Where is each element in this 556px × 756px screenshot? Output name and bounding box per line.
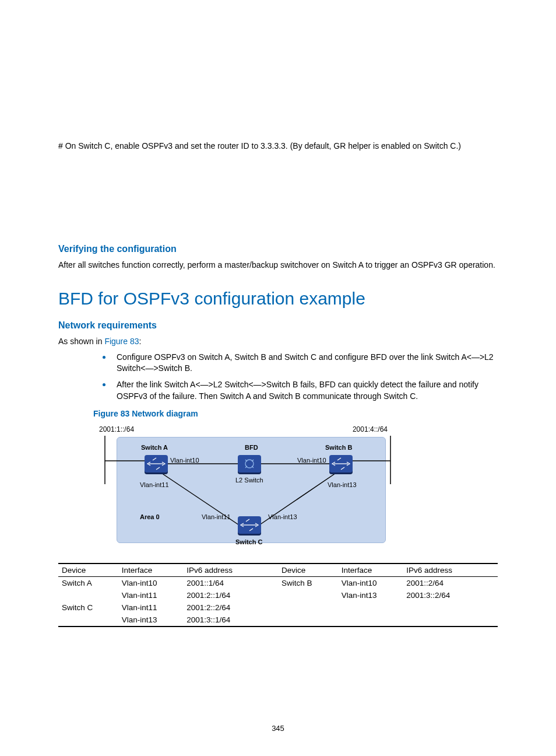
vlan11-a-label: Vlan-int11 [140,481,169,488]
col-header: Interface [338,564,403,577]
table-row: Switch A Vlan-int10 2001::1/64 Switch B … [58,577,498,590]
intro-paragraph: # On Switch C, enable OSPFv3 and set the… [58,140,498,152]
vlan10-b-label: Vlan-int10 [297,457,326,464]
col-header: Device [58,564,118,577]
switch-c-label: Switch C [235,538,262,545]
cell: Vlan-int10 [338,577,403,590]
area0-label: Area 0 [140,513,160,520]
page-number: 345 [0,724,556,733]
bullet-item: After the link Switch A<—>L2 Switch<—>Sw… [100,379,498,402]
cell: Vlan-int13 [338,589,403,601]
document-page: # On Switch C, enable OSPFv3 and set the… [0,0,556,756]
l2-switch-icon [238,455,261,473]
cell [58,614,118,626]
cell [278,601,338,614]
table-row: Vlan-int13 2001:3::1/64 [58,614,498,626]
switch-b-icon [329,455,353,473]
vlan11-c-label: Vlan-int11 [202,513,231,520]
switch-a-icon [145,455,168,473]
cell: Vlan-int13 [118,614,183,626]
cell [403,601,498,614]
col-header: IPv6 address [403,564,498,577]
interface-table: Device Interface IPv6 address Device Int… [58,563,498,627]
table-row: Switch C Vlan-int11 2001:2::2/64 [58,601,498,614]
cell: 2001:2::1/64 [183,589,278,601]
bfd-heading: BFD for OSPFv3 configuration example [58,289,498,309]
col-header: Device [278,564,338,577]
netreq-heading: Network requirements [58,320,498,331]
cell: Switch C [58,601,118,614]
cell: Vlan-int11 [118,601,183,614]
netreq-bullets: Configure OSPFv3 on Switch A, Switch B a… [100,352,498,402]
netreq-intro: As shown in Figure 83: [58,335,498,347]
col-header: Interface [118,564,183,577]
cell [278,614,338,626]
table-row: Vlan-int11 2001:2::1/64 Vlan-int13 2001:… [58,589,498,601]
bfd-label: BFD [245,444,258,451]
verifying-heading: Verifying the configuration [58,244,498,254]
cell: 2001:3::2/64 [403,589,498,601]
cell [403,614,498,626]
network-diagram: 2001:1::/64 2001:4::/64 Switch A BFD Swi… [93,423,402,551]
switch-c-icon [238,516,261,534]
figure-link[interactable]: Figure 83 [104,337,139,346]
netreq-intro-prefix: As shown in [58,337,104,346]
figure-caption: Figure 83 Network diagram [93,409,498,418]
bullet-item: Configure OSPFv3 on Switch A, Switch B a… [100,352,498,374]
cell: 2001::2/64 [403,577,498,590]
vlan13-b-label: Vlan-int13 [328,481,357,488]
netreq-intro-suffix: : [139,337,142,346]
verifying-paragraph: After all switches function correctly, p… [58,259,498,271]
vlan10-a-label: Vlan-int10 [170,457,199,464]
cell: 2001:3::1/64 [183,614,278,626]
cell [338,601,403,614]
cell: Switch B [278,577,338,590]
col-header: IPv6 address [183,564,278,577]
vlan13-c-label: Vlan-int13 [268,513,297,520]
l2-switch-label: L2 Switch [235,477,263,484]
cell: 2001::1/64 [183,577,278,590]
cell: Vlan-int10 [118,577,183,590]
cell [338,614,403,626]
cell [58,589,118,601]
table-header-row: Device Interface IPv6 address Device Int… [58,564,498,577]
cell: Vlan-int11 [118,589,183,601]
cell: Switch A [58,577,118,590]
switch-b-label: Switch B [325,444,352,451]
cell: 2001:2::2/64 [183,601,278,614]
cell [278,589,338,601]
switch-a-label: Switch A [141,444,168,451]
